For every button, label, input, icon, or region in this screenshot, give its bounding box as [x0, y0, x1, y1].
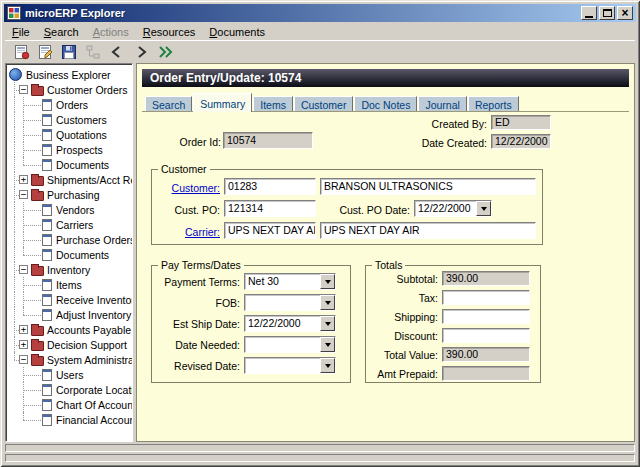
menu-documents[interactable]: Documents: [202, 24, 272, 40]
chevron-down-icon[interactable]: [320, 316, 335, 331]
network-button[interactable]: [82, 42, 104, 62]
tree-item-users[interactable]: Users: [6, 367, 132, 382]
forward-double-button[interactable]: [154, 42, 176, 62]
tree-item-vendors[interactable]: Vendors: [6, 202, 132, 217]
edit-record-icon: [37, 44, 54, 60]
chevron-down-icon[interactable]: [476, 201, 491, 216]
tax-field[interactable]: [442, 290, 530, 305]
totals-row: Tax:: [366, 288, 540, 307]
customer-link[interactable]: Customer:: [152, 182, 220, 194]
tab-search[interactable]: Search: [145, 96, 192, 112]
tab-summary[interactable]: Summary: [193, 93, 252, 112]
tree-item-receive-inventory[interactable]: Receive Inventory: [6, 292, 132, 307]
order-id-field[interactable]: 10574: [223, 132, 313, 149]
shipping-field[interactable]: [442, 309, 530, 324]
field-label: Est Ship Date:: [152, 318, 240, 330]
carrier-name-field[interactable]: UPS NEXT DAY AIR: [320, 222, 536, 239]
tree-item-prospects[interactable]: Prospects: [6, 142, 132, 157]
form-icon: [42, 219, 52, 231]
menu-resources[interactable]: Resources: [136, 24, 203, 40]
fob-combo[interactable]: [244, 294, 336, 311]
customer-name-field[interactable]: BRANSON ULTRASONICS: [320, 178, 536, 195]
menu-search[interactable]: Search: [37, 24, 86, 40]
expand-toggle-icon[interactable]: +: [19, 175, 28, 184]
expand-toggle-icon[interactable]: +: [19, 340, 28, 349]
tab-reports[interactable]: Reports: [468, 96, 519, 112]
subtotal-field[interactable]: 390.00: [442, 271, 530, 286]
field-label: Discount:: [366, 330, 438, 342]
chevron-down-icon[interactable]: [320, 274, 335, 289]
payterms-row: FOB:: [152, 292, 350, 313]
edit-record-button[interactable]: [34, 42, 56, 62]
total-value-field[interactable]: 390.00: [442, 347, 530, 362]
payment-terms-combo[interactable]: Net 30: [244, 273, 336, 290]
form-icon: [42, 384, 52, 396]
revised-date-combo[interactable]: [244, 357, 336, 374]
tab-items[interactable]: Items: [253, 96, 293, 112]
tree-node-shipments-acct-receiv[interactable]: +Shipments/Acct Receiv: [6, 172, 132, 187]
tree-item-chart-of-accounts[interactable]: Chart Of Accounts: [6, 397, 132, 412]
tree-node-customer-orders[interactable]: −Customer Orders: [6, 82, 132, 97]
tree-item-quotations[interactable]: Quotations: [6, 127, 132, 142]
back-button[interactable]: [106, 42, 128, 62]
menu-file[interactable]: File: [5, 24, 37, 40]
discount-field[interactable]: [442, 328, 530, 343]
tab-journal[interactable]: Journal: [418, 96, 466, 112]
tree-node-decision-support[interactable]: +Decision Support: [6, 337, 132, 352]
collapse-toggle-icon[interactable]: −: [19, 190, 28, 199]
chevron-down-icon[interactable]: [320, 358, 335, 373]
collapse-toggle-icon[interactable]: −: [19, 355, 28, 364]
tree-node-system-administration[interactable]: −System Administration: [6, 352, 132, 367]
chevron-down-icon[interactable]: [320, 295, 335, 310]
customer-code-field[interactable]: 01283: [224, 178, 316, 195]
expand-toggle-icon[interactable]: +: [19, 325, 28, 334]
combo-value: [245, 358, 320, 373]
tree-node-label: Decision Support: [47, 339, 127, 351]
amt-prepaid-field[interactable]: [442, 366, 530, 381]
tree-item-purchase-orders[interactable]: Purchase Orders: [6, 232, 132, 247]
carrier-code-field[interactable]: UPS NEXT DAY AIR: [224, 222, 316, 239]
created-by-label: Created By:: [377, 118, 487, 130]
tab-customer[interactable]: Customer: [294, 96, 354, 112]
save-button[interactable]: [58, 42, 80, 62]
maximize-button[interactable]: [599, 6, 615, 20]
tab-doc-notes[interactable]: Doc Notes: [354, 96, 417, 112]
folder-icon: [31, 266, 44, 276]
date-created-field[interactable]: 12/22/2000: [491, 134, 551, 149]
chevron-down-icon[interactable]: [320, 337, 335, 352]
est-ship-date-combo[interactable]: 12/22/2000: [244, 315, 336, 332]
tree-node-accounts-payable[interactable]: +Accounts Payable: [6, 322, 132, 337]
tree-item-documents[interactable]: Documents: [6, 157, 132, 172]
carrier-link[interactable]: Carrier:: [152, 226, 220, 238]
tree-item-label: Financial Account: [56, 414, 132, 426]
tree-guide: [9, 217, 19, 232]
toolbar: [5, 40, 635, 63]
date-needed-combo[interactable]: [244, 336, 336, 353]
tree-item-carriers[interactable]: Carriers: [6, 217, 132, 232]
created-by-field[interactable]: ED: [491, 115, 551, 130]
tree-item-customers[interactable]: Customers: [6, 112, 132, 127]
menu-bar: FileSearchActionsResourcesDocuments: [5, 23, 635, 40]
cust-po-date-combo[interactable]: 12/22/2000: [414, 200, 492, 217]
tree-item-adjust-inventory[interactable]: Adjust Inventory: [6, 307, 132, 322]
tree-root[interactable]: Business Explorer: [6, 67, 132, 82]
title-bar[interactable]: microERP Explorer: [4, 4, 636, 22]
tree-item-financial-account[interactable]: Financial Account: [6, 412, 132, 427]
close-button[interactable]: [617, 6, 633, 20]
tree-node-purchasing[interactable]: −Purchasing: [6, 187, 132, 202]
forward-button[interactable]: [130, 42, 152, 62]
tree-node-label: Inventory: [47, 264, 90, 276]
tree-node-inventory[interactable]: −Inventory: [6, 262, 132, 277]
tree-item-items[interactable]: Items: [6, 277, 132, 292]
minimize-button[interactable]: [581, 6, 597, 20]
tree-item-documents[interactable]: Documents: [6, 247, 132, 262]
tree-item-orders[interactable]: Orders: [6, 97, 132, 112]
tree-item-label: Items: [56, 279, 82, 291]
menu-actions[interactable]: Actions: [86, 24, 136, 40]
tree-connector: [19, 232, 42, 247]
new-record-button[interactable]: [10, 42, 32, 62]
tree-item-corporate-location[interactable]: Corporate Location: [6, 382, 132, 397]
collapse-toggle-icon[interactable]: −: [19, 85, 28, 94]
collapse-toggle-icon[interactable]: −: [19, 265, 28, 274]
payterms-row: Date Needed:: [152, 334, 350, 355]
